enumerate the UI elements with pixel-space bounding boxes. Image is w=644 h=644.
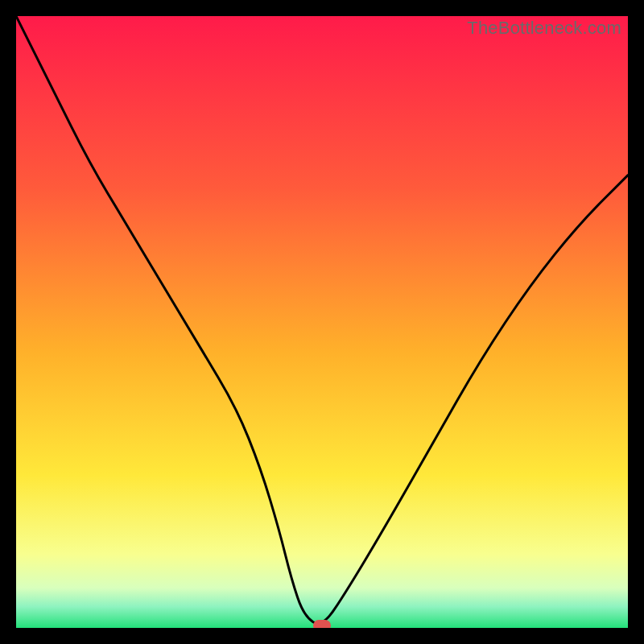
watermark-text: TheBottleneck.com [467,18,621,39]
bottleneck-chart [16,16,628,628]
optimal-point-marker [313,620,331,628]
chart-frame: TheBottleneck.com [16,16,628,628]
gradient-background [16,16,628,628]
